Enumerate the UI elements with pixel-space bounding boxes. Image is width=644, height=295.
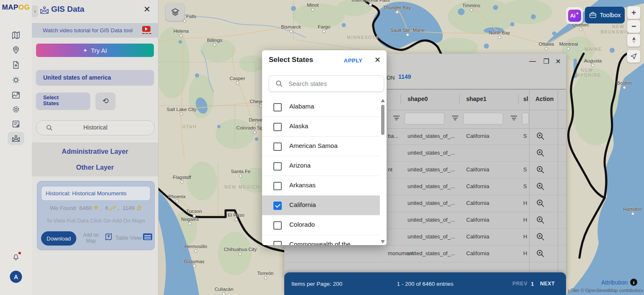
video-tutorial-banner[interactable]: Watch video tutorial for GIS Data tool [32, 23, 158, 38]
state-option[interactable]: Commonwealth of the Northern Mariana Isl… [262, 235, 380, 245]
row-zoom-icon[interactable] [536, 232, 545, 243]
notes-edit-icon[interactable] [8, 117, 24, 131]
state-label: Alabama [289, 103, 373, 111]
gis-data-icon[interactable] [8, 132, 24, 145]
cell-c3: H [523, 233, 527, 240]
select-states-button[interactable]: Select States [36, 93, 90, 109]
cell-c1: united_states_of_... [408, 150, 455, 156]
avatar[interactable]: A [10, 271, 22, 283]
cell-c1: united_states_of_... [408, 250, 455, 256]
state-option[interactable]: California [262, 196, 380, 215]
zoom-out-button[interactable]: − [627, 20, 641, 33]
tab-administrative-layer[interactable]: Administrative Layer [32, 148, 158, 155]
layer-search-field[interactable]: Historical [36, 120, 155, 135]
filter-icon[interactable] [452, 116, 458, 121]
ai-shortcut-button[interactable]: Ai✦ [566, 7, 583, 24]
row-zoom-icon[interactable] [536, 199, 545, 209]
items-per-page[interactable]: Items per Page: 200 [291, 281, 343, 287]
tab-other-layer[interactable]: Other Layer [32, 164, 158, 171]
layer-result-title[interactable]: Historical: Historical Monuments [41, 186, 151, 201]
column-shape1[interactable]: shape1 [466, 96, 486, 102]
map-icon[interactable] [8, 28, 24, 42]
state-checkbox[interactable] [273, 221, 282, 230]
layers-button[interactable] [166, 3, 184, 21]
compass-button[interactable] [627, 34, 641, 47]
filter-icon[interactable] [393, 116, 400, 121]
attribution-label[interactable]: Attribution [601, 279, 628, 286]
row-zoom-icon[interactable] [536, 182, 545, 192]
state-search-box[interactable] [269, 75, 384, 92]
state-checkbox[interactable] [273, 142, 282, 151]
state-checkbox[interactable] [273, 202, 282, 210]
filter-input-shape1[interactable] [463, 113, 503, 124]
modal-scrollbar[interactable] [380, 97, 385, 245]
scroll-down-arrow[interactable] [381, 240, 385, 243]
state-option[interactable]: Arkansas [262, 176, 380, 196]
add-on-map-button[interactable]: Add on Map [81, 232, 101, 244]
row-zoom-icon[interactable] [536, 215, 545, 226]
notification-bell-icon[interactable] [12, 253, 20, 263]
settings-gear-icon[interactable] [8, 103, 24, 116]
row-zoom-icon[interactable] [536, 165, 545, 176]
download-button[interactable]: Download [41, 231, 76, 246]
cell-c1: united_states_of_... [408, 133, 455, 139]
zoom-in-button[interactable]: + [627, 6, 641, 19]
table-view-button[interactable]: Table View [115, 235, 142, 241]
filter-input-shape0[interactable] [405, 113, 444, 124]
filter-input-shape2[interactable] [522, 113, 529, 124]
file-upload-icon[interactable] [8, 58, 24, 72]
mapog-logo[interactable]: MAPOG [0, 3, 32, 12]
youtube-icon[interactable] [142, 26, 151, 32]
country-field[interactable]: United states of america [36, 70, 154, 85]
polygon-count-value: 1149 [398, 73, 411, 80]
state-option[interactable]: Arizona [262, 156, 380, 176]
location-pin-icon[interactable] [8, 43, 24, 57]
apply-button[interactable]: APPLY [344, 57, 363, 64]
info-icon[interactable]: i [630, 279, 637, 286]
cell-c2: California [466, 183, 489, 189]
current-page[interactable]: 1 [531, 281, 534, 287]
state-label: American Samoa [289, 142, 373, 150]
next-button[interactable]: NEXT [540, 281, 555, 287]
scrollbar-thumb[interactable] [381, 105, 384, 135]
try-ai-button[interactable]: ✦ Try AI [36, 44, 154, 57]
window-close-icon[interactable]: ✕ [556, 57, 561, 65]
line-geometry-icon [110, 206, 116, 211]
column-shape0[interactable]: shape0 [408, 96, 428, 102]
state-option[interactable]: Colorado [262, 215, 380, 235]
reset-button[interactable]: ⟲ [96, 93, 115, 109]
row-zoom-icon[interactable] [536, 249, 545, 259]
filter-icon[interactable] [511, 116, 517, 121]
column-shape2[interactable]: sl [523, 96, 528, 102]
state-search-input[interactable] [288, 76, 379, 91]
row-zoom-icon[interactable] [536, 148, 545, 159]
map-region-label: NEW MEXICO [224, 185, 260, 189]
prev-button[interactable]: PREV [512, 281, 527, 287]
attribution[interactable]: Attribution i [601, 279, 637, 286]
state-checkbox[interactable] [273, 182, 282, 190]
cell-c0: nt [388, 166, 392, 173]
modal-close-icon[interactable]: ✕ [374, 55, 381, 65]
state-checkbox[interactable] [273, 103, 282, 111]
table-view-icon[interactable] [143, 233, 152, 240]
state-checkbox[interactable] [273, 241, 282, 245]
collapse-panel-arrow[interactable]: › [32, 5, 38, 17]
row-zoom-icon[interactable] [536, 132, 545, 142]
state-option[interactable]: American Samoa [262, 137, 380, 156]
map-city-label: Guaymas [184, 259, 204, 268]
effects-icon[interactable] [8, 73, 24, 87]
state-checkbox[interactable] [273, 162, 282, 171]
state-option[interactable]: Alabama [262, 97, 380, 117]
toolbox-button[interactable]: Toolbox [585, 7, 625, 23]
scroll-up-arrow[interactable] [381, 99, 385, 102]
state-label: Arizona [289, 162, 373, 170]
locate-button[interactable] [627, 49, 641, 63]
panel-close-icon[interactable]: ✕ [143, 4, 151, 14]
state-option[interactable]: Alaska [262, 117, 380, 137]
map-view-icon[interactable] [104, 233, 113, 241]
map-location-icon[interactable] [8, 88, 24, 102]
state-checkbox[interactable] [273, 123, 282, 131]
polygon-count-fragment: ON [387, 75, 395, 81]
window-minimize-icon[interactable]: — [529, 57, 536, 65]
window-maximize-icon[interactable]: ❐ [543, 57, 549, 65]
